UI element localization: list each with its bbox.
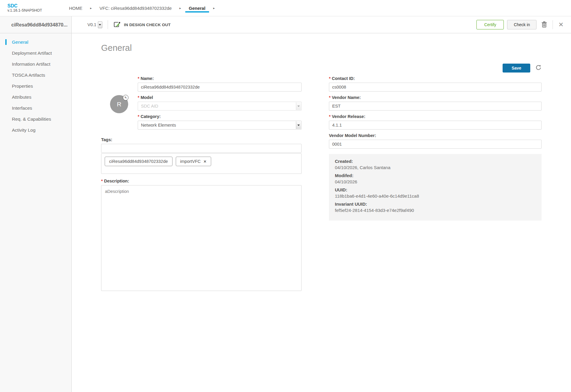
avatar-letter: R [117, 101, 121, 108]
sidebar-item-req-capabilities[interactable]: Req. & Capabilities [0, 114, 71, 125]
description-label: *Description: [101, 178, 302, 184]
sidebar-item-deployment-artifact[interactable]: Deployment Artifact [0, 48, 71, 59]
certify-button[interactable]: Certify [476, 20, 504, 29]
contact-id-input[interactable] [329, 83, 542, 92]
sidebar-item-interfaces[interactable]: Interfaces [0, 103, 71, 114]
breadcrumb-arrow-icon: ▸ [90, 6, 92, 10]
asset-title: ciResa96dd84d934870... [11, 22, 68, 28]
general-page: General Save [72, 33, 571, 392]
sidebar-item-attributes[interactable]: Attributes [0, 92, 71, 103]
tags-chip-container: ciResa96dd84d9348702332de importVFC ✕ [101, 153, 302, 174]
vendor-model-number-input[interactable] [329, 140, 542, 149]
required-asterisk: * [101, 179, 103, 183]
description-textarea[interactable]: aDescription [101, 185, 302, 291]
checkin-button[interactable]: Check in [507, 20, 537, 29]
refresh-icon [535, 64, 542, 72]
close-icon: ✕ [558, 22, 564, 28]
sidebar-menu: General Deployment Artifact Information … [0, 33, 72, 392]
vendor-model-number-label: Vendor Model Number: [329, 133, 542, 138]
tag-chip-label: ciResa96dd84d9348702332de [109, 159, 168, 164]
workspace-header: ciResa96dd84d934870... V0.1 IN DESIGN CH… [0, 16, 571, 33]
tab-vfc-label: VFC: ciResa96dd84d9348702332de [100, 6, 172, 11]
close-button[interactable]: ✕ [558, 22, 564, 28]
dropdown-icon[interactable] [296, 121, 301, 129]
avatar-edit-button[interactable]: ✎ [123, 95, 128, 100]
name-label: *Name: [138, 75, 302, 81]
model-label: *Model [138, 95, 302, 100]
sidebar-item-activity-log[interactable]: Activity Log [0, 125, 71, 136]
sdc-logo[interactable]: SDC v.1.16.1-SNAPSHOT [0, 3, 65, 13]
sidebar-item-tosca-artifacts[interactable]: TOSCA Artifacts [0, 70, 71, 81]
vendor-name-input[interactable] [329, 102, 542, 111]
delete-button[interactable] [541, 21, 547, 29]
toolbar-divider [553, 20, 553, 29]
vendor-name-label: *Vendor Name: [329, 95, 542, 100]
active-item-bar [5, 39, 7, 45]
tab-vfc[interactable]: VFC: ciResa96dd84d9348702332de [96, 0, 175, 16]
required-asterisk: * [138, 95, 139, 100]
model-value: SDC AID [141, 104, 158, 108]
lifecycle-status: IN DESIGN CHECK OUT [124, 23, 171, 27]
required-asterisk: * [138, 76, 139, 81]
tab-general[interactable]: General [185, 0, 209, 16]
page-title: General [101, 43, 542, 53]
meta-created: Created: 04/10/2026, Carlos Santana [335, 158, 536, 171]
vendor-release-input[interactable] [329, 121, 542, 130]
sdc-logo-text: SDC [7, 3, 65, 8]
tags-label: Tags: [101, 137, 302, 143]
breadcrumb-arrow-icon: ▸ [179, 6, 181, 10]
required-asterisk: * [329, 76, 331, 81]
sidebar-item-general[interactable]: General [0, 37, 71, 48]
tag-chip-label: importVFC [180, 159, 201, 164]
active-tab-underline [185, 11, 209, 12]
metadata-box: Created: 04/10/2026, Carlos Santana Modi… [329, 154, 542, 221]
vendor-release-label: *Vendor Release: [329, 114, 542, 119]
meta-uuid: UUID: 118b1ba6-e4d1-4e60-a40e-6c14d9e11c… [335, 187, 536, 199]
app-window: SDC v.1.16.1-SNAPSHOT HOME ▸ VFC: ciResa… [0, 0, 571, 392]
category-value: Network Elements [141, 123, 176, 127]
remove-tag-icon[interactable]: ✕ [203, 159, 207, 164]
category-select[interactable]: Network Elements [138, 121, 302, 130]
tab-home-label: HOME [69, 6, 82, 11]
name-input[interactable] [138, 83, 302, 92]
tab-home[interactable]: HOME [65, 0, 86, 16]
pencil-icon: ✎ [124, 96, 127, 99]
meta-modified: Modifed: 04/10/2026 [335, 173, 536, 185]
tab-general-label: General [189, 6, 206, 11]
sdc-version: v.1.16.1-SNAPSHOT [7, 8, 65, 13]
top-nav: SDC v.1.16.1-SNAPSHOT HOME ▸ VFC: ciResa… [0, 0, 571, 16]
required-asterisk: * [138, 114, 139, 119]
meta-invariant-uuid: Invariant UUID: fef5ef24-2814-4154-83d3-… [335, 201, 536, 213]
asset-title-panel: ciResa96dd84d934870... [0, 16, 72, 33]
breadcrumb-arrow-icon: ▸ [213, 6, 215, 10]
breadcrumb: HOME ▸ VFC: ciResa96dd84d9348702332de ▸ … [65, 0, 219, 16]
contact-id-label: *Contact ID: [329, 75, 542, 81]
tags-input[interactable] [101, 144, 302, 153]
toolbar-divider [108, 20, 108, 29]
version-label: V0.1 [87, 22, 96, 27]
version-dropdown-icon[interactable] [98, 21, 102, 28]
category-label: *Category: [138, 114, 302, 119]
sidebar-item-information-artifact[interactable]: Information Artifact [0, 59, 71, 70]
version-select[interactable]: V0.1 [87, 21, 102, 28]
avatar: R ✎ [110, 95, 128, 113]
checkout-icon [113, 21, 121, 28]
workspace-toolbar: V0.1 IN DESIGN CHECK OUT Certify Check i… [72, 16, 571, 33]
tag-chip: importVFC ✕ [176, 157, 211, 166]
tag-chip: ciResa96dd84d9348702332de [105, 157, 172, 166]
required-asterisk: * [329, 114, 331, 119]
save-button[interactable]: Save [503, 64, 530, 73]
sidebar-item-properties[interactable]: Properties [0, 81, 71, 92]
required-asterisk: * [329, 95, 331, 100]
revert-button[interactable] [535, 64, 542, 72]
trash-icon [541, 21, 547, 29]
model-select: SDC AID [138, 102, 302, 111]
dropdown-icon [296, 102, 301, 110]
